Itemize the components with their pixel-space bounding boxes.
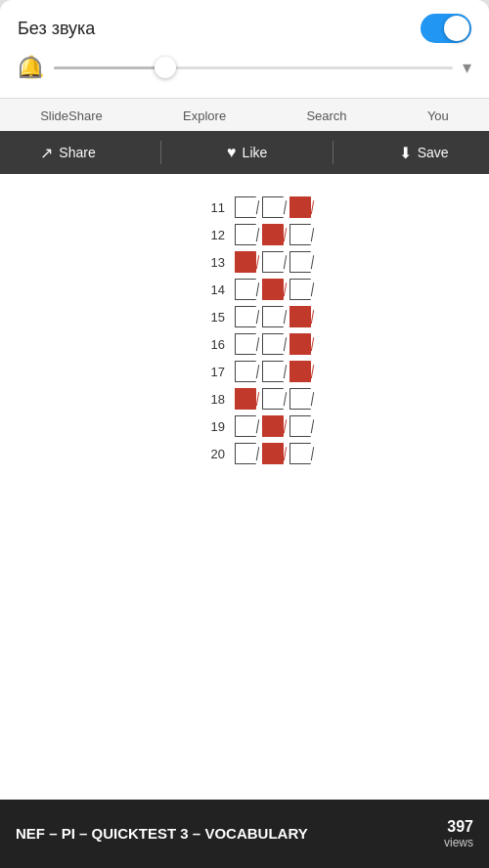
volume-slider[interactable] <box>54 66 453 69</box>
row-number: 11 <box>198 200 225 215</box>
volume-row: 🔔 ▾ <box>18 55 471 88</box>
answer-box-13-1[interactable] <box>235 251 256 273</box>
answer-box-16-2[interactable] <box>262 333 284 355</box>
save-icon: ⬇ <box>399 144 412 162</box>
content-area: 11121314151617181920 <box>0 174 489 585</box>
answer-box-14-2[interactable] <box>262 279 284 300</box>
nav-you[interactable]: You <box>418 107 459 125</box>
share-icon: ↗ <box>40 144 53 162</box>
answer-box-13-2[interactable] <box>262 251 284 273</box>
answer-box-16-1[interactable] <box>235 333 256 355</box>
quiz-row: 11 <box>198 194 311 221</box>
views-label: views <box>444 836 473 849</box>
answer-box-17-2[interactable] <box>262 361 284 382</box>
answer-box-12-1[interactable] <box>235 224 256 245</box>
quiz-container: 11121314151617181920 <box>178 194 311 565</box>
row-number: 12 <box>198 228 225 242</box>
bottom-bar: NEF – PI – QUICKTEST 3 – VOCABULARY 397 … <box>0 800 489 868</box>
quiz-row: 14 <box>198 276 311 303</box>
answer-box-13-3[interactable] <box>289 251 311 273</box>
nav-explore[interactable]: Explore <box>173 107 236 125</box>
quiz-row: 17 <box>198 358 311 385</box>
answer-box-20-1[interactable] <box>235 443 256 464</box>
answer-box-15-3[interactable] <box>289 306 311 327</box>
row-number: 17 <box>198 365 225 379</box>
like-button[interactable]: ♥ Like <box>211 131 283 174</box>
row-number: 19 <box>198 419 225 434</box>
answer-box-11-1[interactable] <box>235 196 256 218</box>
presentation-title: NEF – PI – QUICKTEST 3 – VOCABULARY <box>16 824 308 844</box>
row-number: 15 <box>198 310 225 325</box>
scrollable-content: 11121314151617181920 <box>0 174 489 800</box>
heart-icon: ♥ <box>227 144 237 161</box>
views-count: 397 <box>444 818 473 836</box>
mute-row: Без звука <box>18 14 471 43</box>
share-label: Share <box>59 145 95 160</box>
answer-box-12-2[interactable] <box>262 224 284 245</box>
answer-box-20-2[interactable] <box>262 443 284 464</box>
separator-1 <box>160 141 161 164</box>
answer-box-18-1[interactable] <box>235 388 256 410</box>
answer-box-11-3[interactable] <box>289 196 311 218</box>
like-label: Like <box>243 145 268 160</box>
answer-box-17-1[interactable] <box>235 361 256 382</box>
quiz-row: 16 <box>198 330 311 358</box>
quiz-row: 13 <box>198 248 311 276</box>
answer-box-12-3[interactable] <box>289 224 311 245</box>
quiz-row: 12 <box>198 221 311 248</box>
row-number: 13 <box>198 255 225 270</box>
quiz-row: 18 <box>198 385 311 412</box>
nav-slideshare[interactable]: SlideShare <box>30 107 112 125</box>
answer-box-14-3[interactable] <box>289 279 311 300</box>
action-bar: ↗ Share ♥ Like ⬇ Save <box>0 131 489 174</box>
dropdown-icon[interactable]: ▾ <box>463 57 471 78</box>
toggle-knob <box>444 16 469 41</box>
mute-label: Без звука <box>18 19 95 39</box>
row-number: 16 <box>198 337 225 352</box>
nav-bar: SlideShare Explore Search You <box>0 98 489 131</box>
answer-box-20-3[interactable] <box>289 443 311 464</box>
mute-toggle[interactable] <box>421 14 471 43</box>
top-panel: Без звука 🔔 ▾ <box>0 0 489 98</box>
quiz-row: 20 <box>198 440 311 467</box>
answer-box-15-2[interactable] <box>262 306 284 327</box>
quiz-row: 15 <box>198 303 311 330</box>
app-container: Без звука 🔔 ▾ SlideShare Explore Search … <box>0 0 489 868</box>
views-counter: 397 views <box>444 818 473 849</box>
row-number: 20 <box>198 447 225 461</box>
answer-box-18-3[interactable] <box>289 388 311 410</box>
separator-2 <box>333 141 333 164</box>
answer-box-19-2[interactable] <box>262 415 284 437</box>
content-card: 11121314151617181920 <box>0 174 489 800</box>
volume-thumb <box>155 57 176 78</box>
quiz-row: 19 <box>198 412 311 440</box>
save-button[interactable]: ⬇ Save <box>383 131 465 174</box>
row-number: 14 <box>198 282 225 297</box>
save-label: Save <box>418 145 449 160</box>
bell-icon: 🔔 <box>18 55 44 80</box>
answer-box-14-1[interactable] <box>235 279 256 300</box>
answer-box-17-3[interactable] <box>289 361 311 382</box>
answer-box-15-1[interactable] <box>235 306 256 327</box>
answer-box-11-2[interactable] <box>262 196 284 218</box>
share-button[interactable]: ↗ Share <box>24 131 111 174</box>
nav-search[interactable]: Search <box>296 107 356 125</box>
answer-box-19-1[interactable] <box>235 415 256 437</box>
row-number: 18 <box>198 392 225 407</box>
answer-box-19-3[interactable] <box>289 415 311 437</box>
answer-box-18-2[interactable] <box>262 388 284 410</box>
answer-box-16-3[interactable] <box>289 333 311 355</box>
